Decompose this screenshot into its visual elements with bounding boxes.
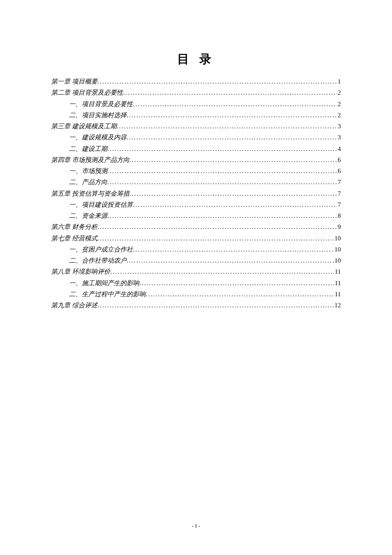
toc-entry-page: 10 [334, 255, 341, 266]
toc-entry-label: 二、合作社带动农户 [69, 255, 127, 266]
toc-entry-page: 2 [337, 87, 341, 98]
toc-entry: 二、建设工期 4 [51, 143, 341, 154]
toc-entry-label: 第一章 项目概要 [51, 76, 98, 87]
toc-entry: 第六章 财务分析9 [51, 221, 341, 232]
toc-dots [107, 165, 337, 176]
toc-entry: 第五章 投资估算与资金筹措7 [51, 188, 341, 199]
toc-container: 第一章 项目概要1第二章 项目背景及必要性2一、项目背景及必要性 2二、项目实施… [51, 76, 341, 311]
toc-entry: 第七章 经营模式10 [51, 233, 341, 244]
toc-dots [117, 121, 337, 132]
toc-entry-page: 9 [337, 221, 341, 232]
toc-entry-label: 第六章 财务分析 [51, 221, 98, 232]
toc-entry-page: 8 [337, 210, 341, 221]
toc-entry-label: 第三章 建设规模及工期 [51, 121, 117, 132]
toc-entry-label: 二、生产过程中产生的影响 [69, 289, 146, 300]
page-title: 目 录 [51, 51, 341, 67]
toc-entry-page: 7 [337, 176, 341, 188]
toc-entry-label: 一、项目建设投资估算 [69, 199, 133, 210]
toc-entry: 二、合作社带动农户 10 [51, 255, 341, 266]
toc-dots [123, 87, 337, 98]
toc-dots [110, 266, 334, 277]
toc-entry: 第四章 市场预测及产品方向6 [51, 154, 341, 165]
toc-entry-label: 一、施工期间产生的影响 [69, 278, 139, 289]
toc-entry-page: 2 [337, 110, 341, 121]
toc-dots [98, 300, 334, 311]
toc-entry-label: 一、项目背景及必要性 [69, 98, 133, 110]
toc-entry-label: 二、资金来源 [69, 210, 107, 221]
toc-entry-label: 第二章 项目背景及必要性 [51, 87, 123, 98]
toc-entry: 第八章 环境影响评价11 [51, 266, 341, 277]
toc-entry-label: 第七章 经营模式 [51, 233, 98, 244]
toc-entry-page: 1 [337, 76, 341, 87]
toc-dots [133, 98, 337, 110]
toc-dots [133, 199, 337, 210]
toc-entry: 二、资金来源 8 [51, 210, 341, 221]
toc-entry-label: 第五章 投资估算与资金筹措 [51, 188, 130, 199]
toc-entry-label: 第九章 综合评述 [51, 300, 98, 311]
toc-entry-page: 7 [337, 199, 341, 210]
toc-entry: 二、产品方向 7 [51, 176, 341, 188]
toc-dots [107, 143, 337, 154]
toc-entry: 一、建设规模及内容 3 [51, 132, 341, 143]
toc-entry-page: 10 [334, 244, 341, 255]
toc-dots [98, 76, 337, 87]
toc-entry-page: 6 [337, 154, 341, 165]
toc-entry-label: 二、建设工期 [69, 143, 107, 154]
toc-dots [98, 221, 337, 232]
toc-dots [146, 289, 334, 300]
toc-entry-page: 11 [334, 289, 341, 300]
toc-entry: 二、生产过程中产生的影响 11 [51, 289, 341, 300]
toc-entry-page: 12 [334, 300, 341, 311]
toc-entry: 一、项目背景及必要性 2 [51, 98, 341, 110]
toc-entry-label: 一、建设规模及内容 [69, 132, 127, 143]
page-footer: - I - [0, 523, 392, 529]
toc-dots [130, 154, 337, 165]
toc-dots [127, 132, 337, 143]
toc-entry: 一、市场预测 6 [51, 165, 341, 176]
toc-dots [107, 210, 337, 221]
toc-entry: 一、施工期间产生的影响 11 [51, 278, 341, 289]
toc-dots [107, 176, 337, 188]
toc-entry-label: 第八章 环境影响评价 [51, 266, 110, 277]
toc-entry-label: 一、贫困户成立合作社 [69, 244, 133, 255]
toc-dots [130, 188, 337, 199]
toc-entry-page: 2 [337, 98, 341, 110]
toc-entry-page: 3 [337, 121, 341, 132]
toc-entry: 一、贫困户成立合作社 10 [51, 244, 341, 255]
toc-entry-page: 3 [337, 132, 341, 143]
toc-entry-page: 11 [334, 266, 341, 277]
toc-dots [133, 244, 334, 255]
toc-entry-page: 6 [337, 165, 341, 176]
toc-entry-page: 10 [334, 233, 341, 244]
toc-entry: 一、项目建设投资估算 7 [51, 199, 341, 210]
toc-entry: 第一章 项目概要1 [51, 76, 341, 87]
toc-dots [139, 278, 334, 289]
toc-dots [127, 255, 334, 266]
toc-entry-label: 一、市场预测 [69, 165, 107, 176]
toc-entry-page: 11 [334, 278, 341, 289]
toc-entry-page: 7 [337, 188, 341, 199]
toc-entry: 第二章 项目背景及必要性2 [51, 87, 341, 98]
toc-entry-label: 二、项目实施村选择 [69, 110, 127, 121]
toc-entry: 第九章 综合评述12 [51, 300, 341, 311]
toc-entry: 第三章 建设规模及工期3 [51, 121, 341, 132]
toc-dots [98, 233, 334, 244]
toc-dots [127, 110, 337, 121]
toc-entry-page: 4 [337, 143, 341, 154]
toc-entry: 二、项目实施村选择 2 [51, 110, 341, 121]
toc-entry-label: 第四章 市场预测及产品方向 [51, 154, 130, 165]
toc-entry-label: 二、产品方向 [69, 176, 107, 188]
